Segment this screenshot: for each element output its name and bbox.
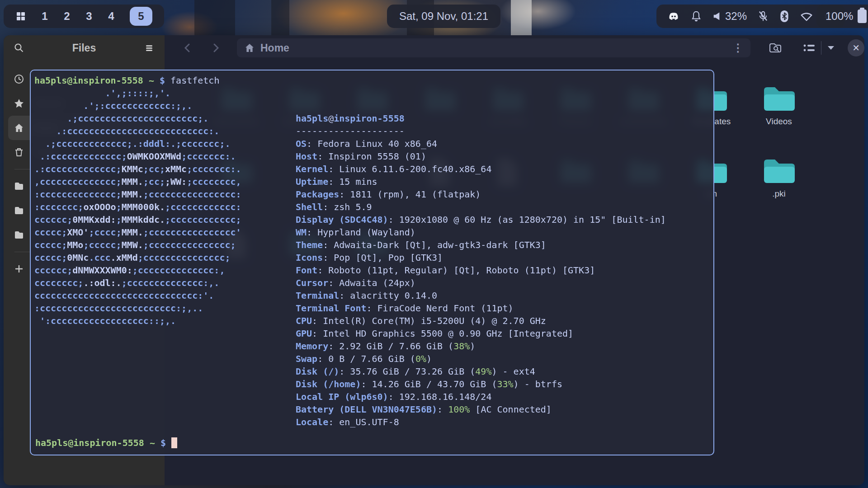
prompt-symbol: $ bbox=[160, 75, 165, 86]
folder-icon bbox=[762, 179, 796, 187]
volume-speaker-icon[interactable] bbox=[712, 11, 721, 21]
fastfetch-line: Terminal Font: FiraCode Nerd Font (11pt) bbox=[296, 302, 666, 314]
fastfetch-line: Icons: Pop [Qt], Pop [GTK3] bbox=[296, 251, 666, 264]
clock-label: Sat, 09 Nov, 01:21 bbox=[399, 10, 488, 23]
files-header: Home ⋮ ✕ bbox=[165, 35, 864, 61]
fastfetch-line: ha5pls@inspiron-5558 bbox=[296, 112, 666, 125]
folder-icon bbox=[14, 230, 24, 240]
workspace-1[interactable]: 1 bbox=[41, 10, 48, 23]
workspace-4[interactable]: 4 bbox=[108, 10, 115, 23]
file-label: .pki bbox=[745, 189, 813, 199]
battery-percent: 100% bbox=[826, 10, 853, 23]
prompt-user: ha5pls@inspiron-5558 bbox=[35, 437, 144, 448]
terminal-color-palette bbox=[296, 466, 666, 488]
fastfetch-output: .',;::::;,'. .';:cccccccccccc:;,. .;cccc… bbox=[34, 87, 707, 488]
list-view-icon[interactable] bbox=[803, 42, 816, 53]
discord-icon[interactable] bbox=[667, 11, 680, 21]
workspaces: 12345 bbox=[41, 7, 152, 26]
mic-muted-icon[interactable] bbox=[758, 10, 769, 22]
prompt-user: ha5pls@inspiron-5558 bbox=[34, 75, 143, 86]
workspace-5[interactable]: 5 bbox=[130, 7, 152, 26]
sidebar-header: Files bbox=[4, 35, 165, 61]
fastfetch-line: Memory: 2.92 GiB / 7.66 GiB (38%) bbox=[296, 340, 666, 352]
fastfetch-line: Battery (DELL VN3N047E56B): 100% [AC Con… bbox=[296, 403, 666, 416]
workspaces-pill: 12345 bbox=[4, 5, 164, 28]
fastfetch-line: Cursor: Adwaita (24px) bbox=[296, 277, 666, 289]
forward-button[interactable] bbox=[211, 43, 221, 53]
fastfetch-line: Theme: Adwaita-Dark [Qt], adw-gtk3-dark … bbox=[296, 239, 666, 251]
fastfetch-line: Display (SDC4C48): 868x488 @ 60 Hz (as… bbox=[296, 213, 666, 226]
prompt-path: ~ bbox=[149, 75, 154, 86]
app-launcher-icon[interactable] bbox=[15, 11, 26, 22]
hamburger-menu-icon[interactable] bbox=[144, 42, 155, 53]
fastfetch-line: Disk (/): 35.76 GiB / 73.26 GiB (49%) - … bbox=[296, 365, 666, 378]
status-bar: 12345 Sat, 09 Nov, 01:21 32% ⚙ 100% bbox=[0, 0, 868, 33]
trash-icon bbox=[14, 147, 24, 158]
fastfetch-line: Local IP (wlp6s0): 192.168.16.148/24 bbox=[296, 390, 666, 403]
terminal-cursor bbox=[171, 437, 177, 448]
fastfetch-line: Kernel: Linux 6.11.6-200.fc40.x86_64 bbox=[296, 163, 666, 175]
search-folder-icon[interactable] bbox=[769, 42, 782, 54]
battery-pill[interactable]: 100% bbox=[816, 5, 868, 28]
wifi-icon[interactable] bbox=[800, 11, 813, 21]
fastfetch-info: ha5pls@inspiron-5558--------------------… bbox=[296, 87, 666, 488]
fastfetch-line: Uptime: 15 mins bbox=[296, 175, 666, 188]
close-window-button[interactable]: ✕ bbox=[848, 39, 864, 56]
home-icon bbox=[14, 122, 24, 133]
view-options-caret-icon[interactable] bbox=[827, 45, 835, 51]
kebab-menu-icon[interactable]: ⋮ bbox=[732, 42, 743, 54]
folder-icon bbox=[762, 107, 796, 114]
folder-icon bbox=[14, 205, 24, 216]
back-button[interactable] bbox=[183, 43, 193, 53]
terminal-window[interactable]: ha5pls@inspiron-5558 ~ $ fastfetch .',;:… bbox=[30, 70, 714, 455]
prompt-symbol: $ bbox=[160, 437, 166, 448]
fastfetch-line: Locale: en_US.UTF-8 bbox=[296, 416, 666, 428]
battery-icon bbox=[858, 9, 867, 23]
fastfetch-line: Terminal: alacritty 0.14.0 bbox=[296, 289, 666, 302]
files-app-title: Files bbox=[24, 42, 144, 54]
workspace-3[interactable]: 3 bbox=[85, 10, 93, 23]
folder-icon bbox=[14, 181, 24, 192]
breadcrumb[interactable]: Home ⋮ bbox=[237, 38, 750, 57]
star-icon bbox=[14, 98, 24, 109]
folder-.pki[interactable]: .pki bbox=[745, 157, 813, 199]
clock-pill[interactable]: Sat, 09 Nov, 01:21 bbox=[387, 5, 500, 28]
folder-Videos[interactable]: Videos bbox=[745, 85, 813, 127]
fastfetch-line: Shell: zsh 5.9 bbox=[296, 201, 666, 213]
notifications-bell-icon[interactable] bbox=[691, 10, 702, 22]
fastfetch-line: CPU: Intel(R) Core(TM) i5-5200U (4) @ 2.… bbox=[296, 314, 666, 327]
fedora-ascii-logo: .',;::::;,'. .';:cccccccccccc:;,. .;cccc… bbox=[34, 87, 241, 327]
prompt-path: ~ bbox=[150, 437, 155, 448]
breadcrumb-label: Home bbox=[260, 42, 289, 54]
fastfetch-line: Disk (/home): 14.26 GiB / 43.70 GiB (33%… bbox=[296, 378, 666, 390]
fastfetch-line: Swap: 0 B / 7.66 GiB (0%) bbox=[296, 352, 666, 365]
fastfetch-line: OS: Fedora Linux 40 x86_64 bbox=[296, 137, 666, 150]
terminal-command-line: ha5pls@inspiron-5558 ~ $ fastfetch bbox=[34, 74, 707, 87]
clock-icon bbox=[14, 74, 24, 84]
fastfetch-line: Font: Roboto (11pt, Regular) [Qt], Robot… bbox=[296, 264, 666, 277]
file-label: Videos bbox=[745, 117, 813, 127]
fastfetch-line: WM: Hyprland (Wayland) bbox=[296, 226, 666, 239]
fastfetch-info-lines: ha5pls@inspiron-5558--------------------… bbox=[296, 112, 666, 428]
toolbar-divider bbox=[821, 41, 821, 55]
home-icon bbox=[244, 42, 255, 53]
fastfetch-line: Host: Inspiron 5558 (01) bbox=[296, 150, 666, 163]
workspace-2[interactable]: 2 bbox=[63, 10, 71, 23]
volume-percent: 32% bbox=[725, 10, 747, 23]
fastfetch-line: GPU: Intel HD Graphics 5500 @ 0.90 GHz [… bbox=[296, 327, 666, 340]
fastfetch-line: Packages: 1811 (rpm), 41 (flatpak) bbox=[296, 188, 666, 201]
plus-icon bbox=[14, 263, 24, 274]
fastfetch-line: -------------------- bbox=[296, 125, 666, 137]
command-text: fastfetch bbox=[170, 75, 219, 86]
bluetooth-icon[interactable] bbox=[779, 10, 789, 23]
search-icon[interactable] bbox=[14, 42, 24, 53]
terminal-prompt: ha5pls@inspiron-5558 ~ $ bbox=[35, 436, 177, 449]
